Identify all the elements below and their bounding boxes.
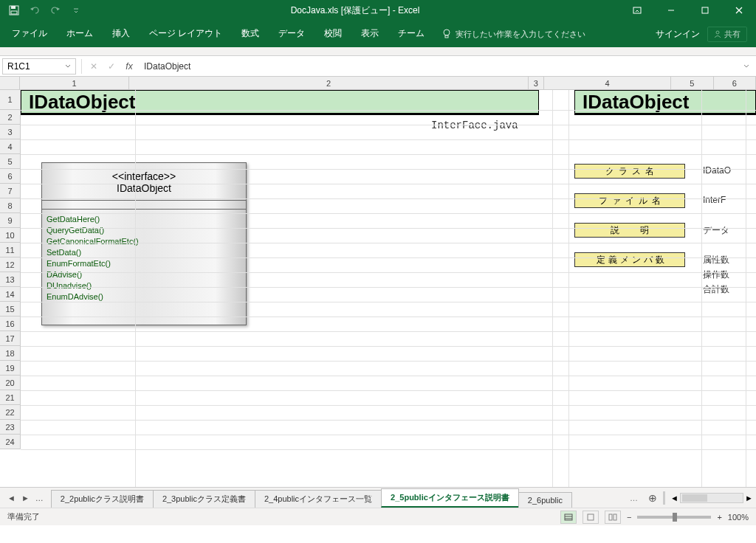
sheet-tab[interactable]: 2_2publicクラス説明書	[51, 490, 154, 508]
zoom-in-icon[interactable]: +	[717, 513, 721, 522]
maximize-button[interactable]	[688, 0, 722, 21]
row-header[interactable]: 17	[0, 331, 20, 346]
column-header[interactable]: 6	[714, 77, 756, 89]
nav-prev-icon[interactable]: ◄	[7, 494, 16, 502]
row-header[interactable]: 11	[0, 243, 20, 257]
tab-team[interactable]: チーム	[389, 24, 433, 44]
tab-file[interactable]: ファイル	[3, 24, 56, 44]
row-header[interactable]: 5	[0, 154, 20, 169]
ribbon-options-icon[interactable]	[620, 0, 654, 21]
scroll-right-icon[interactable]: ►	[745, 494, 753, 502]
sheet-nav[interactable]: ◄ ► …	[0, 494, 51, 502]
scroll-track[interactable]	[680, 493, 743, 503]
column-header[interactable]: 5	[671, 77, 713, 89]
zoom-level[interactable]: 100%	[728, 513, 749, 522]
column-header[interactable]: 3	[529, 77, 544, 89]
row-headers: 123456789101112131415161718192021222324	[0, 90, 21, 449]
column-header[interactable]: 2	[129, 77, 529, 89]
minimize-button[interactable]	[654, 0, 688, 21]
zoom-thumb[interactable]	[673, 513, 677, 522]
field-label-filename: ファイル名	[574, 193, 685, 208]
row-header[interactable]: 3	[0, 125, 20, 139]
sheet-tabs-bar: ◄ ► … 2_2publicクラス説明書2_3publicクラス定義書2_4p…	[0, 487, 756, 508]
zoom-out-icon[interactable]: −	[627, 513, 631, 522]
row-header[interactable]: 10	[0, 228, 20, 243]
scroll-left-icon[interactable]: ◄	[670, 494, 678, 502]
tab-data[interactable]: データ	[269, 24, 314, 44]
select-all-corner[interactable]	[0, 77, 20, 89]
enter-formula-icon[interactable]: ✓	[103, 61, 120, 72]
row-header[interactable]: 2	[0, 110, 20, 125]
view-pagebreak-icon[interactable]	[605, 511, 621, 524]
row-header[interactable]: 14	[0, 287, 20, 302]
new-sheet-icon[interactable]: ⊕	[642, 492, 663, 504]
row-header[interactable]: 6	[0, 169, 20, 184]
sheet-tab[interactable]: 2_5publicインタフェース説明書	[381, 488, 519, 508]
worksheet-grid[interactable]: 123456 123456789101112131415161718192021…	[0, 77, 756, 487]
row-header[interactable]: 13	[0, 272, 20, 287]
field-label-description: 説明	[574, 223, 685, 238]
row-header[interactable]: 1	[0, 90, 20, 110]
redo-icon[interactable]	[46, 1, 65, 19]
tab-home[interactable]: ホーム	[58, 24, 102, 44]
close-button[interactable]	[722, 0, 756, 21]
row-header[interactable]: 24	[0, 435, 20, 449]
signin-link[interactable]: サインイン	[656, 28, 700, 41]
row-header[interactable]: 22	[0, 405, 20, 420]
svg-point-8	[444, 30, 450, 35]
save-icon[interactable]	[4, 1, 24, 19]
share-button[interactable]: 共有	[707, 27, 747, 42]
tab-pagelayout[interactable]: ページ レイアウト	[140, 24, 231, 44]
tab-formulas[interactable]: 数式	[233, 24, 268, 44]
sheet-tab[interactable]: 2_3publicクラス定義書	[153, 490, 255, 508]
expand-formula-icon[interactable]	[743, 63, 750, 70]
cancel-formula-icon[interactable]: ✕	[85, 61, 103, 72]
sheet-tabs: 2_2publicクラス説明書2_3publicクラス定義書2_4publicイ…	[51, 488, 625, 508]
svg-rect-15	[609, 514, 612, 520]
field-value-filename: InterF	[703, 195, 726, 205]
qat-dropdown-icon[interactable]	[66, 1, 86, 19]
formula-bar: R1C1 ✕ ✓ fx IDataObject	[0, 56, 756, 77]
undo-icon[interactable]	[25, 1, 44, 19]
tell-me-search[interactable]: 実行したい作業を入力してください	[435, 29, 593, 40]
row-header[interactable]: 12	[0, 257, 20, 272]
horizontal-scrollbar[interactable]: ◄ ►	[667, 493, 756, 503]
cells-area[interactable]: IDataObject IDataObject InterFace.java <…	[21, 90, 756, 487]
row-header[interactable]: 21	[0, 390, 20, 405]
chevron-down-icon[interactable]	[65, 64, 71, 69]
fx-icon[interactable]: fx	[120, 61, 138, 72]
svg-rect-1	[11, 6, 16, 9]
sheet-tab[interactable]: 2_4publicインタフェース一覧	[255, 490, 382, 508]
row-header[interactable]: 7	[0, 184, 20, 198]
row-header[interactable]: 9	[0, 213, 20, 228]
nav-more-icon[interactable]: …	[35, 494, 44, 502]
field-value-description: データ	[703, 224, 729, 237]
row-header[interactable]: 20	[0, 376, 20, 390]
tab-insert[interactable]: 挿入	[103, 24, 139, 44]
row-header[interactable]: 23	[0, 420, 20, 435]
uml-stereotype: <<interface>>	[42, 170, 246, 182]
zoom-slider[interactable]	[637, 516, 711, 519]
person-icon	[714, 30, 721, 38]
sheet-more-icon[interactable]: …	[625, 494, 642, 502]
ribbon-divider	[0, 47, 756, 56]
scroll-thumb[interactable]	[682, 494, 707, 502]
row-header[interactable]: 16	[0, 317, 20, 331]
row-header[interactable]: 15	[0, 302, 20, 317]
svg-rect-2	[11, 11, 17, 14]
sheet-tab[interactable]: 2_6public	[518, 492, 572, 508]
row-header[interactable]: 18	[0, 346, 20, 361]
view-pagelayout-icon[interactable]	[583, 511, 599, 524]
tab-review[interactable]: 校閲	[315, 24, 351, 44]
column-header[interactable]: 4	[544, 77, 671, 89]
svg-point-10	[716, 31, 719, 34]
row-header[interactable]: 4	[0, 139, 20, 154]
row-header[interactable]: 8	[0, 198, 20, 213]
tab-view[interactable]: 表示	[352, 24, 388, 44]
column-header[interactable]: 1	[20, 77, 129, 89]
view-normal-icon[interactable]	[560, 511, 577, 524]
name-box[interactable]: R1C1	[2, 58, 76, 75]
formula-input[interactable]: IDataObject	[138, 61, 756, 72]
nav-next-icon[interactable]: ►	[21, 494, 30, 502]
row-header[interactable]: 19	[0, 361, 20, 376]
